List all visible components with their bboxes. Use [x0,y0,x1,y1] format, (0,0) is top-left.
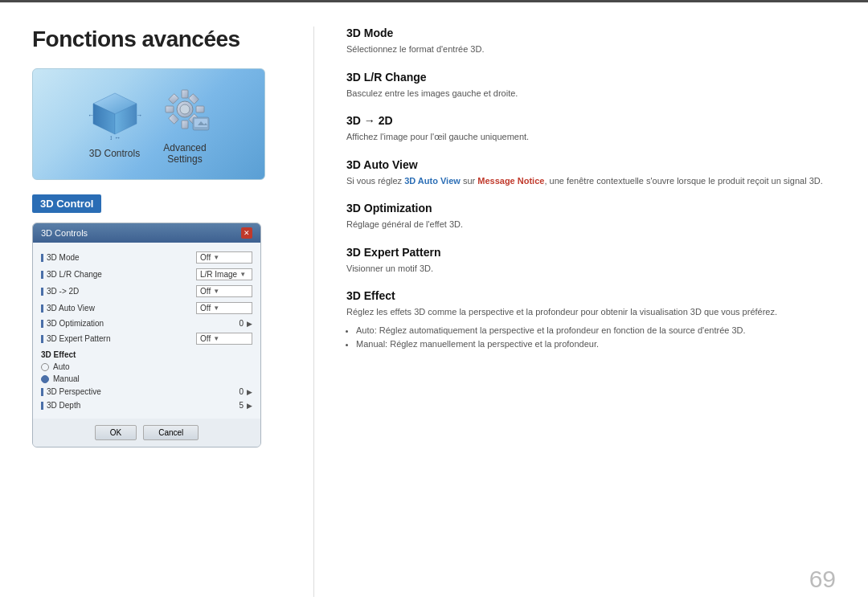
row-indicator [41,335,43,343]
dialog-close-button[interactable]: ✕ [241,227,252,239]
chevron-down-icon: ▼ [213,335,219,342]
stepper-perspective-value: 0 [239,387,244,396]
section-lr-change: 3D L/R Change Basculez entre les images … [346,71,836,100]
dialog-box-3d-controls: 3D Controls ✕ 3D Mode Off ▼ [32,223,261,447]
chevron-down-icon: ▼ [240,271,246,278]
section-text-3d-mode: Sélectionnez le format d'entrée 3D. [346,43,836,56]
dialog-row-3d-2d: 3D -> 2D Off ▼ [41,283,252,300]
row-indicator [41,388,43,396]
dialog-section-3d-effect: 3D Effect [41,347,252,361]
icon-label-advanced-settings: Advanced Settings [163,142,206,165]
radio-auto-circle[interactable] [41,363,49,371]
section-title-3d-2d: 3D → 2D [346,114,836,127]
dialog-row-depth: 3D Depth 5 ▶ [41,398,252,412]
ok-button[interactable]: OK [95,425,137,440]
bullet-item-manual: Manual: Réglez manuellement la perspecti… [356,337,836,352]
svg-text:↕ ↔: ↕ ↔ [108,134,120,141]
section-text-3d-effect: Réglez les effets 3D comme la perspectiv… [346,305,836,319]
stepper-right-icon[interactable]: ▶ [247,388,252,396]
icon-item-advanced-settings[interactable]: Advanced Settings [159,84,211,165]
stepper-right-arrow[interactable]: ▶ [247,320,252,328]
section-title-auto-view: 3D Auto View [346,158,836,171]
svg-rect-7 [182,90,188,98]
section-title-3d-effect: 3D Effect [346,289,836,302]
radio-auto-label: Auto [53,362,70,371]
section-title-3d-mode: 3D Mode [346,27,836,39]
select-auto-view[interactable]: Off ▼ [196,302,252,314]
row-label-optimization: 3D Optimization [47,319,104,328]
radio-manual-label: Manual [53,374,80,383]
stepper-value: 0 [239,319,244,328]
highlight-manual: Manual [356,339,385,349]
radio-manual[interactable]: Manual [41,373,252,385]
section-text-3d-2d: Affichez l'image pour l'œil gauche uniqu… [346,130,836,144]
dialog-row-perspective: 3D Perspective 0 ▶ [41,385,252,398]
gear-icon [159,84,211,136]
chevron-down-icon: ▼ [213,254,219,261]
row-indicator [41,288,43,296]
row-indicator [41,402,43,410]
dialog-row-expert-pattern: 3D Expert Pattern Off ▼ [41,330,252,347]
section-text-expert-pattern: Visionner un motif 3D. [346,262,836,276]
row-label-lr-change: 3D L/R Change [47,270,102,279]
section-3d-2d: 3D → 2D Affichez l'image pour l'œil gauc… [346,114,836,144]
stepper-optimization: 0 ▶ [239,319,252,328]
stepper-depth-value: 5 [239,401,244,410]
stepper-perspective: 0 ▶ [239,387,252,396]
select-expert-pattern[interactable]: Off ▼ [196,333,252,345]
cancel-button[interactable]: Cancel [143,425,199,440]
section-text-auto-view: Si vous réglez 3D Auto View sur Message … [346,174,836,188]
row-label-depth: 3D Depth [47,401,80,410]
select-3d-mode[interactable]: Off ▼ [196,251,252,264]
svg-rect-10 [196,106,204,112]
row-indicator [41,304,43,313]
icon-grid: ↕ ↔ ← → 3D Controls [32,68,265,180]
chevron-down-icon: ▼ [213,288,219,295]
section-title-expert-pattern: 3D Expert Pattern [346,246,836,259]
page-number: 69 [809,566,836,593]
section-title-lr-change: 3D L/R Change [346,71,836,84]
right-column: 3D Mode Sélectionnez le format d'entrée … [338,27,836,597]
highlight-message-notice: Message Notice [477,176,544,186]
3d-cube-icon: ↕ ↔ ← → [87,89,143,141]
stepper-right-icon[interactable]: ▶ [247,402,252,410]
row-label-auto-view: 3D Auto View [47,304,95,313]
vertical-divider [313,27,314,597]
svg-rect-9 [166,106,174,112]
select-3d-2d[interactable]: Off ▼ [196,285,252,297]
row-label-expert-pattern: 3D Expert Pattern [47,334,110,343]
row-label-perspective: 3D Perspective [47,387,101,396]
page-title: Fonctions avancées [32,27,265,52]
dialog-row-optimization: 3D Optimization 0 ▶ [41,317,252,330]
icon-label-3d-controls: 3D Controls [89,148,140,159]
highlight-auto: Auto [356,325,375,335]
select-lr-change[interactable]: L/R Image ▼ [196,268,252,280]
svg-rect-12 [188,94,199,104]
icon-item-3d-controls[interactable]: ↕ ↔ ← → 3D Controls [87,89,143,159]
bullet-item-auto: Auto: Réglez automatiquement la perspect… [356,324,836,338]
section-label-3d-control: 3D Control [32,194,101,213]
section-text-lr-change: Basculez entre les images gauche et droi… [346,87,836,100]
chevron-down-icon: ▼ [213,304,219,312]
row-indicator [41,271,43,279]
section-expert-pattern: 3D Expert Pattern Visionner un motif 3D. [346,246,836,276]
left-column: Fonctions avancées [32,27,289,597]
svg-rect-13 [168,114,178,125]
dialog-buttons: OK Cancel [33,419,260,447]
svg-point-15 [180,104,190,114]
dialog-row-3d-mode: 3D Mode Off ▼ [41,249,252,266]
row-label-3d-2d: 3D -> 2D [47,287,79,296]
svg-rect-11 [168,94,178,104]
dialog-titlebar: 3D Controls ✕ [33,223,260,243]
radio-auto[interactable]: Auto [41,361,252,373]
stepper-depth: 5 ▶ [239,401,252,410]
svg-text:←: ← [88,112,94,119]
bullet-list-3d-effect: Auto: Réglez automatiquement la perspect… [346,324,836,352]
row-label-3d-mode: 3D Mode [47,253,80,262]
section-optimization: 3D Optimization Réglage général de l'eff… [346,202,836,231]
dialog-body: 3D Mode Off ▼ 3D L/R Change [33,243,260,419]
page-container: Fonctions avancées [0,0,868,613]
radio-manual-circle[interactable] [41,375,49,383]
svg-text:→: → [136,112,142,119]
section-auto-view: 3D Auto View Si vous réglez 3D Auto View… [346,158,836,188]
